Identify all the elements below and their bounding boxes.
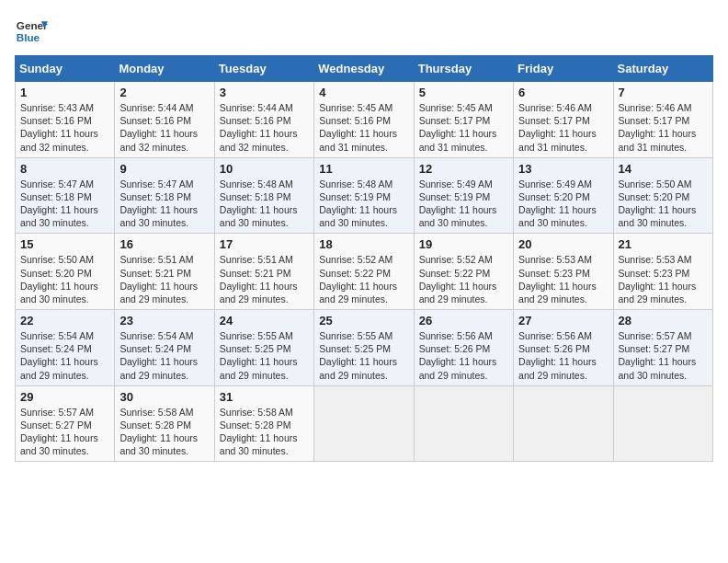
calendar-cell: 5 Sunrise: 5:45 AMSunset: 5:17 PMDayligh… bbox=[414, 82, 513, 158]
cell-info: Sunrise: 5:50 AMSunset: 5:20 PMDaylight:… bbox=[619, 178, 708, 230]
day-number: 6 bbox=[518, 86, 608, 99]
cell-info: Sunrise: 5:56 AMSunset: 5:26 PMDaylight:… bbox=[518, 329, 608, 382]
calendar-cell: 1 Sunrise: 5:43 AMSunset: 5:16 PMDayligh… bbox=[16, 82, 115, 158]
cell-info: Sunrise: 5:54 AMSunset: 5:24 PMDaylight:… bbox=[20, 329, 109, 382]
day-number: 28 bbox=[619, 314, 708, 327]
day-number: 29 bbox=[20, 390, 109, 404]
cell-info: Sunrise: 5:53 AMSunset: 5:23 PMDaylight:… bbox=[518, 253, 608, 305]
calendar-cell bbox=[613, 385, 712, 462]
calendar-table: SundayMondayTuesdayWednesdayThursdayFrid… bbox=[15, 55, 713, 462]
day-number: 12 bbox=[419, 162, 508, 176]
day-number: 13 bbox=[518, 162, 608, 176]
day-number: 23 bbox=[119, 314, 209, 327]
cell-info: Sunrise: 5:44 AMSunset: 5:16 PMDaylight:… bbox=[119, 101, 209, 154]
header-tuesday: Tuesday bbox=[214, 56, 313, 82]
calendar-cell: 9 Sunrise: 5:47 AMSunset: 5:18 PMDayligh… bbox=[115, 157, 214, 234]
day-number: 10 bbox=[220, 162, 309, 176]
header-thursday: Thursday bbox=[414, 56, 513, 82]
cell-info: Sunrise: 5:52 AMSunset: 5:22 PMDaylight:… bbox=[319, 253, 408, 305]
calendar-cell: 23 Sunrise: 5:54 AMSunset: 5:24 PMDaylig… bbox=[115, 310, 214, 386]
day-number: 24 bbox=[220, 314, 309, 327]
day-number: 9 bbox=[119, 162, 209, 176]
cell-info: Sunrise: 5:48 AMSunset: 5:19 PMDaylight:… bbox=[319, 178, 408, 230]
header-monday: Monday bbox=[115, 56, 214, 82]
header-saturday: Saturday bbox=[613, 56, 712, 82]
day-number: 1 bbox=[20, 86, 109, 99]
cell-info: Sunrise: 5:58 AMSunset: 5:28 PMDaylight:… bbox=[220, 406, 309, 458]
calendar-cell: 2 Sunrise: 5:44 AMSunset: 5:16 PMDayligh… bbox=[115, 82, 214, 158]
calendar-cell: 13 Sunrise: 5:49 AMSunset: 5:20 PMDaylig… bbox=[514, 157, 613, 234]
day-number: 26 bbox=[419, 314, 508, 327]
calendar-cell: 17 Sunrise: 5:51 AMSunset: 5:21 PMDaylig… bbox=[214, 234, 313, 310]
calendar-cell: 24 Sunrise: 5:55 AMSunset: 5:25 PMDaylig… bbox=[214, 310, 313, 386]
calendar-cell: 22 Sunrise: 5:54 AMSunset: 5:24 PMDaylig… bbox=[16, 310, 115, 386]
cell-info: Sunrise: 5:46 AMSunset: 5:17 PMDaylight:… bbox=[619, 101, 708, 154]
calendar-week-row: 15 Sunrise: 5:50 AMSunset: 5:20 PMDaylig… bbox=[16, 234, 713, 310]
calendar-cell: 6 Sunrise: 5:46 AMSunset: 5:17 PMDayligh… bbox=[514, 82, 613, 158]
calendar-cell: 21 Sunrise: 5:53 AMSunset: 5:23 PMDaylig… bbox=[613, 234, 712, 310]
day-number: 30 bbox=[119, 390, 209, 404]
cell-info: Sunrise: 5:57 AMSunset: 5:27 PMDaylight:… bbox=[20, 406, 109, 458]
calendar-week-row: 1 Sunrise: 5:43 AMSunset: 5:16 PMDayligh… bbox=[16, 82, 713, 158]
calendar-cell: 19 Sunrise: 5:52 AMSunset: 5:22 PMDaylig… bbox=[414, 234, 513, 310]
calendar-week-row: 29 Sunrise: 5:57 AMSunset: 5:27 PMDaylig… bbox=[16, 385, 713, 462]
day-number: 5 bbox=[419, 86, 508, 99]
day-number: 22 bbox=[20, 314, 109, 327]
calendar-cell: 14 Sunrise: 5:50 AMSunset: 5:20 PMDaylig… bbox=[613, 157, 712, 234]
day-number: 18 bbox=[319, 237, 408, 251]
cell-info: Sunrise: 5:48 AMSunset: 5:18 PMDaylight:… bbox=[220, 178, 309, 230]
calendar-cell: 3 Sunrise: 5:44 AMSunset: 5:16 PMDayligh… bbox=[214, 82, 313, 158]
calendar-cell: 7 Sunrise: 5:46 AMSunset: 5:17 PMDayligh… bbox=[613, 82, 712, 158]
cell-info: Sunrise: 5:57 AMSunset: 5:27 PMDaylight:… bbox=[619, 329, 708, 382]
calendar-cell: 26 Sunrise: 5:56 AMSunset: 5:26 PMDaylig… bbox=[414, 310, 513, 386]
day-number: 8 bbox=[20, 162, 109, 176]
calendar-header-row: SundayMondayTuesdayWednesdayThursdayFrid… bbox=[16, 56, 713, 82]
day-number: 14 bbox=[619, 162, 708, 176]
calendar-cell bbox=[414, 385, 513, 462]
cell-info: Sunrise: 5:49 AMSunset: 5:19 PMDaylight:… bbox=[419, 178, 508, 230]
svg-text:Blue: Blue bbox=[17, 31, 40, 43]
cell-info: Sunrise: 5:50 AMSunset: 5:20 PMDaylight:… bbox=[20, 253, 109, 305]
cell-info: Sunrise: 5:58 AMSunset: 5:28 PMDaylight:… bbox=[119, 406, 209, 458]
calendar-cell bbox=[514, 385, 613, 462]
cell-info: Sunrise: 5:44 AMSunset: 5:16 PMDaylight:… bbox=[220, 101, 309, 154]
calendar-cell: 15 Sunrise: 5:50 AMSunset: 5:20 PMDaylig… bbox=[16, 234, 115, 310]
cell-info: Sunrise: 5:51 AMSunset: 5:21 PMDaylight:… bbox=[220, 253, 309, 305]
calendar-cell: 20 Sunrise: 5:53 AMSunset: 5:23 PMDaylig… bbox=[514, 234, 613, 310]
calendar-cell: 31 Sunrise: 5:58 AMSunset: 5:28 PMDaylig… bbox=[214, 385, 313, 462]
calendar-week-row: 8 Sunrise: 5:47 AMSunset: 5:18 PMDayligh… bbox=[16, 157, 713, 234]
cell-info: Sunrise: 5:56 AMSunset: 5:26 PMDaylight:… bbox=[419, 329, 508, 382]
logo-icon: General Blue bbox=[15, 15, 48, 48]
day-number: 15 bbox=[20, 237, 109, 251]
cell-info: Sunrise: 5:43 AMSunset: 5:16 PMDaylight:… bbox=[20, 101, 109, 154]
header-friday: Friday bbox=[514, 56, 613, 82]
day-number: 25 bbox=[319, 314, 408, 327]
calendar-cell: 28 Sunrise: 5:57 AMSunset: 5:27 PMDaylig… bbox=[613, 310, 712, 386]
cell-info: Sunrise: 5:52 AMSunset: 5:22 PMDaylight:… bbox=[419, 253, 508, 305]
header-wednesday: Wednesday bbox=[314, 56, 414, 82]
cell-info: Sunrise: 5:47 AMSunset: 5:18 PMDaylight:… bbox=[119, 178, 209, 230]
day-number: 11 bbox=[319, 162, 408, 176]
day-number: 4 bbox=[319, 86, 408, 99]
calendar-cell: 18 Sunrise: 5:52 AMSunset: 5:22 PMDaylig… bbox=[314, 234, 414, 310]
header-sunday: Sunday bbox=[16, 56, 115, 82]
calendar-cell: 11 Sunrise: 5:48 AMSunset: 5:19 PMDaylig… bbox=[314, 157, 414, 234]
day-number: 31 bbox=[220, 390, 309, 404]
cell-info: Sunrise: 5:47 AMSunset: 5:18 PMDaylight:… bbox=[20, 178, 109, 230]
day-number: 19 bbox=[419, 237, 508, 251]
logo: General Blue bbox=[15, 15, 48, 48]
calendar-cell: 12 Sunrise: 5:49 AMSunset: 5:19 PMDaylig… bbox=[414, 157, 513, 234]
calendar-cell: 30 Sunrise: 5:58 AMSunset: 5:28 PMDaylig… bbox=[115, 385, 214, 462]
day-number: 3 bbox=[220, 86, 309, 99]
day-number: 21 bbox=[619, 237, 708, 251]
calendar-cell: 16 Sunrise: 5:51 AMSunset: 5:21 PMDaylig… bbox=[115, 234, 214, 310]
page-header: General Blue bbox=[15, 15, 713, 48]
cell-info: Sunrise: 5:45 AMSunset: 5:17 PMDaylight:… bbox=[419, 101, 508, 154]
cell-info: Sunrise: 5:49 AMSunset: 5:20 PMDaylight:… bbox=[518, 178, 608, 230]
day-number: 20 bbox=[518, 237, 608, 251]
cell-info: Sunrise: 5:51 AMSunset: 5:21 PMDaylight:… bbox=[119, 253, 209, 305]
calendar-cell: 29 Sunrise: 5:57 AMSunset: 5:27 PMDaylig… bbox=[16, 385, 115, 462]
cell-info: Sunrise: 5:45 AMSunset: 5:16 PMDaylight:… bbox=[319, 101, 408, 154]
cell-info: Sunrise: 5:54 AMSunset: 5:24 PMDaylight:… bbox=[119, 329, 209, 382]
calendar-week-row: 22 Sunrise: 5:54 AMSunset: 5:24 PMDaylig… bbox=[16, 310, 713, 386]
